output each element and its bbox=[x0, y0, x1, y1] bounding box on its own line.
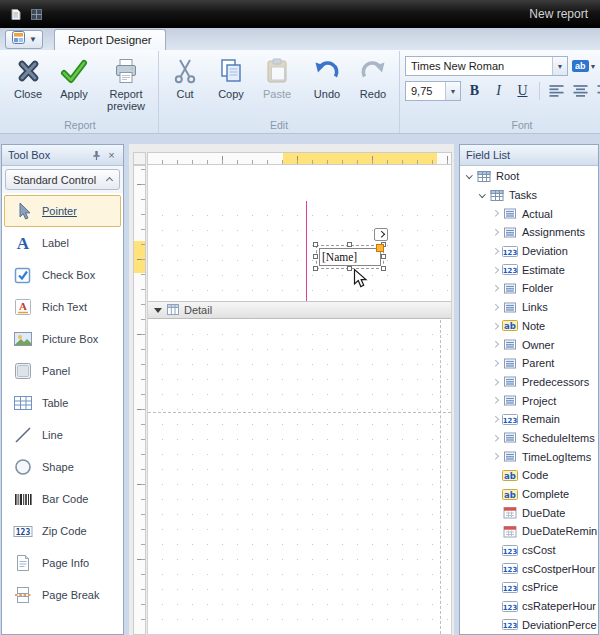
bold-button[interactable]: B bbox=[464, 81, 485, 101]
field-node-csprice[interactable]: 123 csPrice bbox=[460, 578, 598, 597]
tab-report-designer[interactable]: Report Designer bbox=[54, 29, 166, 50]
document-icon[interactable] bbox=[8, 7, 22, 21]
resize-handle-sw[interactable] bbox=[313, 266, 318, 271]
field-node-duedate[interactable]: DueDate bbox=[460, 503, 598, 522]
resize-handle-s[interactable] bbox=[347, 266, 352, 271]
field-node-links[interactable]: Links bbox=[460, 298, 598, 317]
list-fields-icon bbox=[502, 282, 518, 295]
tool-item-page-break[interactable]: Page Break bbox=[4, 579, 121, 611]
resize-handle-nw[interactable] bbox=[313, 242, 318, 247]
field-node-owner[interactable]: Owner bbox=[460, 335, 598, 354]
pin-icon[interactable] bbox=[89, 148, 104, 163]
tree-expander-icon[interactable] bbox=[490, 249, 501, 254]
tool-item-label: Pointer bbox=[42, 205, 77, 217]
tree-expander-icon[interactable] bbox=[490, 417, 501, 422]
application-menu-button[interactable]: ▼ bbox=[5, 30, 43, 49]
tree-expander-icon[interactable] bbox=[490, 380, 501, 385]
tree-expander-icon[interactable] bbox=[490, 286, 501, 291]
tree-expander-icon[interactable] bbox=[490, 436, 501, 441]
tool-item-check-box[interactable]: Check Box bbox=[4, 259, 121, 291]
field-node-code[interactable]: ab Code bbox=[460, 466, 598, 485]
copy-button[interactable]: Copy bbox=[208, 51, 254, 119]
field-node-remain[interactable]: 123 Remain bbox=[460, 410, 598, 429]
report-preview-button[interactable]: Report preview bbox=[97, 51, 155, 119]
tree-expander-icon[interactable] bbox=[490, 361, 501, 366]
undo-button[interactable]: Undo bbox=[304, 51, 350, 119]
design-surface[interactable]: Detail [Name] bbox=[129, 144, 454, 635]
field-node-scheduleitems[interactable]: ScheduleItems bbox=[460, 429, 598, 448]
tree-expander-icon[interactable] bbox=[490, 342, 501, 347]
tool-item-page-info[interactable]: Page Info bbox=[4, 547, 121, 579]
text-highlight-button[interactable]: ab ▼ bbox=[571, 56, 597, 76]
tool-item-panel[interactable]: Panel bbox=[4, 355, 121, 387]
tool-item-picture-box[interactable]: Picture Box bbox=[4, 323, 121, 355]
tree-expander-icon[interactable] bbox=[490, 398, 501, 403]
field-node-csrateperhour[interactable]: 123 csRateperHour bbox=[460, 597, 598, 616]
tool-item-line[interactable]: Line bbox=[4, 419, 121, 451]
align-center-button[interactable] bbox=[570, 81, 591, 101]
tree-expander-icon[interactable] bbox=[490, 268, 501, 273]
resize-handle-w[interactable] bbox=[313, 254, 318, 259]
field-node-timelogitems[interactable]: TimeLogItems bbox=[460, 447, 598, 466]
font-name-combobox[interactable]: Times New Roman ▼ bbox=[405, 56, 568, 76]
tree-expander-icon[interactable] bbox=[490, 230, 501, 235]
field-node-estimate[interactable]: 123 Estimate bbox=[460, 260, 598, 279]
field-node-assignments[interactable]: Assignments bbox=[460, 223, 598, 242]
tool-item-zip-code[interactable]: 123 Zip Code bbox=[4, 515, 121, 547]
smart-tag-button[interactable] bbox=[374, 228, 388, 241]
field-node-actual[interactable]: Actual bbox=[460, 204, 598, 223]
resize-handle-se[interactable] bbox=[381, 266, 386, 271]
paste-button[interactable]: Paste bbox=[254, 51, 300, 119]
tool-item-shape[interactable]: Shape bbox=[4, 451, 121, 483]
tree-expander-icon[interactable] bbox=[490, 211, 501, 216]
tree-expander-icon[interactable] bbox=[477, 194, 488, 197]
redo-button[interactable]: Redo bbox=[350, 51, 396, 119]
field-node-complete[interactable]: ab Complete bbox=[460, 485, 598, 504]
tree-expander-icon[interactable] bbox=[490, 454, 501, 459]
toolbox-header: Tool Box × bbox=[2, 145, 123, 166]
field-node-deviationperce[interactable]: 123 DeviationPerce bbox=[460, 616, 598, 635]
svg-text:123: 123 bbox=[503, 566, 518, 574]
italic-button[interactable]: I bbox=[488, 81, 509, 101]
resize-handle-e[interactable] bbox=[381, 254, 386, 259]
tool-item-table[interactable]: Table bbox=[4, 387, 121, 419]
field-node-tasks[interactable]: Tasks bbox=[460, 186, 598, 205]
field-node-note[interactable]: ab Note bbox=[460, 317, 598, 336]
field-node-predecessors[interactable]: Predecessors bbox=[460, 373, 598, 392]
table-icon bbox=[476, 170, 492, 183]
close-button[interactable]: Close bbox=[5, 51, 51, 119]
cut-button[interactable]: Cut bbox=[162, 51, 208, 119]
tree-expander-icon[interactable] bbox=[490, 305, 501, 310]
grid-icon[interactable] bbox=[29, 7, 43, 21]
tool-item-label[interactable]: A Label bbox=[4, 227, 121, 259]
field-node-project[interactable]: Project bbox=[460, 391, 598, 410]
field-node-parent[interactable]: Parent bbox=[460, 354, 598, 373]
detail-band-header[interactable]: Detail bbox=[148, 301, 451, 319]
resize-handle-n[interactable] bbox=[347, 242, 352, 247]
close-icon[interactable]: × bbox=[104, 148, 119, 163]
chevron-down-icon[interactable]: ▼ bbox=[552, 57, 567, 75]
tool-item-rich-text[interactable]: A Rich Text bbox=[4, 291, 121, 323]
field-node-cscost[interactable]: 123 csCost bbox=[460, 541, 598, 560]
tree-expander-icon[interactable] bbox=[490, 324, 501, 329]
chevron-up-icon bbox=[106, 177, 113, 184]
apply-button[interactable]: Apply bbox=[51, 51, 97, 119]
tool-item-pointer[interactable]: Pointer bbox=[4, 195, 121, 227]
field-node-deviation[interactable]: 123 Deviation bbox=[460, 242, 598, 261]
tool-item-bar-code[interactable]: Bar Code bbox=[4, 483, 121, 515]
font-size-combobox[interactable]: 9,75 ▼ bbox=[405, 81, 461, 101]
label-control[interactable]: [Name] bbox=[319, 248, 381, 266]
field-node-duedateremin[interactable]: DueDateRemin bbox=[460, 522, 598, 541]
toolbox-category-standard-control[interactable]: Standard Control bbox=[5, 169, 120, 190]
report-canvas[interactable]: Detail [Name] bbox=[147, 165, 452, 635]
align-right-button[interactable] bbox=[594, 81, 600, 101]
underline-button[interactable]: U bbox=[512, 81, 533, 101]
align-left-button[interactable] bbox=[546, 81, 567, 101]
field-node-cscostperhour[interactable]: 123 csCostperHour bbox=[460, 559, 598, 578]
field-node-root[interactable]: Root bbox=[460, 167, 598, 186]
chevron-down-icon[interactable]: ▼ bbox=[445, 82, 460, 100]
field-node-folder[interactable]: Folder bbox=[460, 279, 598, 298]
smart-tag-anchor[interactable] bbox=[376, 244, 384, 252]
tree-expander-icon[interactable] bbox=[464, 175, 475, 178]
collapse-triangle-icon[interactable] bbox=[154, 308, 162, 313]
